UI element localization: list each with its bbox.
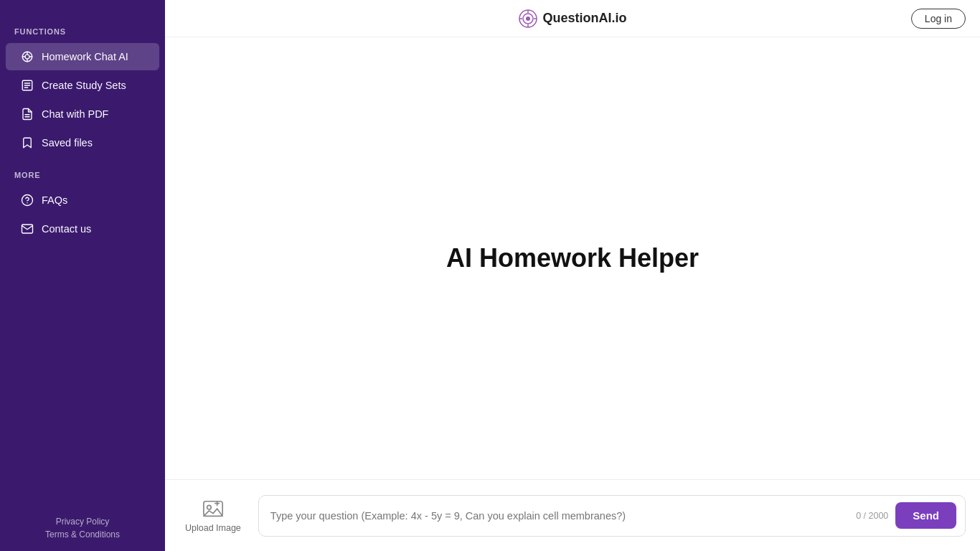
more-label: MORE [0,158,165,185]
app-title: QuestionAI.io [543,11,627,26]
bottom-bar: Upload Image 0 / 2000 Send [165,479,980,551]
functions-label: FUNCTIONS [0,14,165,42]
svg-point-22 [207,505,211,509]
main-content: QuestionAI.io Log in AI Homework Helper … [165,0,980,551]
bookmark-icon [20,136,34,150]
sidebar-item-label-homework-chat-ai: Homework Chat AI [42,51,128,62]
char-count: 0 / 2000 [856,511,888,521]
upload-image-button[interactable]: Upload Image [179,493,247,539]
sidebar-item-label-create-study-sets: Create Study Sets [42,80,126,91]
sidebar-item-faqs[interactable]: FAQs [6,187,159,214]
login-button[interactable]: Log in [911,9,966,29]
header: QuestionAI.io Log in [165,0,980,37]
pdf-icon [20,107,34,121]
sidebar-item-saved-files[interactable]: Saved files [6,129,159,156]
mail-icon [20,222,34,236]
upload-image-icon [202,499,224,520]
hero-title: AI Homework Helper [446,243,699,273]
svg-point-1 [25,55,29,59]
chat-input[interactable] [270,510,856,522]
sidebar-item-homework-chat-ai[interactable]: Homework Chat AI [6,43,159,70]
input-row: 0 / 2000 Send [258,495,966,537]
sidebar: FUNCTIONS Homework Chat AI [0,0,165,551]
sidebar-item-label-saved-files: Saved files [42,137,93,149]
privacy-policy-link[interactable]: Privacy Policy [56,517,110,527]
sidebar-item-create-study-sets[interactable]: Create Study Sets [6,72,159,99]
svg-point-12 [22,195,33,206]
logo-container: QuestionAI.io [519,9,627,28]
send-button[interactable]: Send [895,502,956,529]
content-area: AI Homework Helper [165,37,980,479]
logo-icon [519,9,537,28]
sidebar-item-label-chat-with-pdf: Chat with PDF [42,108,108,120]
upload-image-label: Upload Image [185,523,241,533]
sidebar-top: FUNCTIONS Homework Chat AI [0,0,165,508]
terms-conditions-link[interactable]: Terms & Conditions [45,529,120,540]
sidebar-bottom: Privacy Policy Terms & Conditions [0,508,165,551]
question-icon [20,193,34,207]
sidebar-item-chat-with-pdf[interactable]: Chat with PDF [6,100,159,128]
sidebar-item-label-contact-us: Contact us [42,223,91,235]
sidebar-item-label-faqs: FAQs [42,194,67,206]
book-icon [20,78,34,93]
svg-point-16 [526,17,530,21]
chat-icon [20,50,34,64]
sidebar-item-contact-us[interactable]: Contact us [6,215,159,242]
